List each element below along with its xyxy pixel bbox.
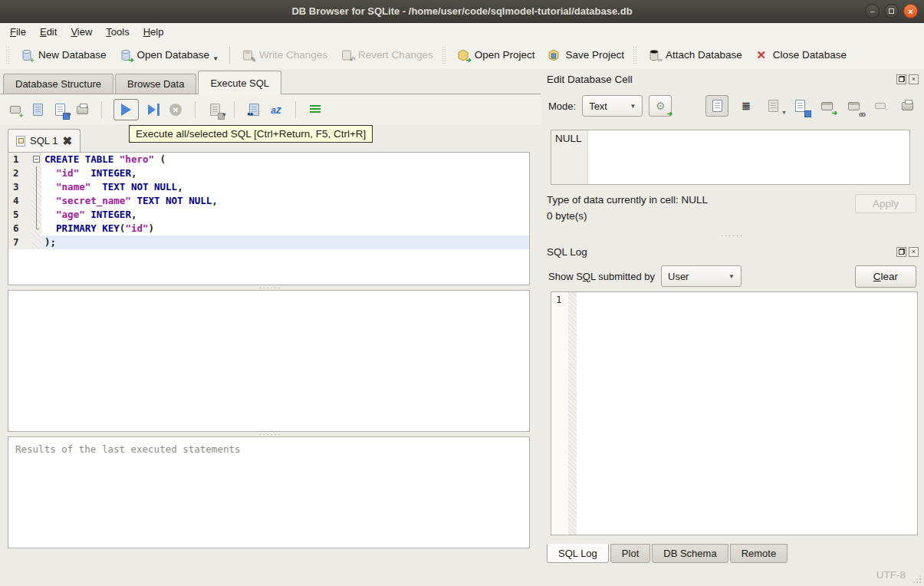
toolbar-drag-handle[interactable] <box>633 47 638 64</box>
mode-select[interactable]: Text▼ <box>582 95 643 117</box>
tab-database-structure[interactable]: Database Structure <box>3 74 113 94</box>
line-number: 6 <box>8 222 31 235</box>
fold-margin <box>31 208 41 222</box>
log-line-number: 1 <box>551 292 568 535</box>
menu-view[interactable]: View <box>64 25 99 39</box>
code-text: ); <box>41 235 529 249</box>
tab-execute-sql[interactable]: Execute SQL <box>198 71 281 94</box>
new-database-button[interactable]: ＋ New Database <box>14 44 113 66</box>
tab-plot[interactable]: Plot <box>610 544 650 563</box>
sql-editor[interactable]: 1−CREATE TABLE "hero" (2 "id" INTEGER,3 … <box>8 152 530 285</box>
cell-size-info: 0 byte(s) <box>547 210 708 222</box>
sql-log-filter-row: Show SQL submitted by User▼ Clear <box>541 264 924 288</box>
editor-line[interactable]: 5 "age" INTEGER, <box>8 208 529 222</box>
new-sql-tab-icon[interactable]: ＋ <box>8 102 23 117</box>
toolbar-drag-handle[interactable] <box>442 47 447 64</box>
apply-data-button[interactable]: ⚙➜ <box>649 95 672 117</box>
close-database-button[interactable]: ✕ Close Database <box>748 44 853 66</box>
tab-db-schema[interactable]: DB Schema <box>652 544 728 563</box>
toolbar-drag-handle[interactable] <box>6 47 11 64</box>
save-sql-file-icon[interactable]: ▼ <box>52 102 67 117</box>
line-number: 3 <box>8 180 31 194</box>
tab-sql-log[interactable]: SQL Log <box>547 544 609 563</box>
submitted-by-select[interactable]: User▼ <box>661 265 742 287</box>
line-number: 7 <box>8 235 31 249</box>
save-project-button[interactable]: Save Project <box>541 44 630 66</box>
stop-icon[interactable]: ✕ <box>168 102 183 117</box>
execute-all-button[interactable] <box>113 99 139 120</box>
maximize-button[interactable] <box>884 4 899 18</box>
execute-sql-panel: Database Structure Browse Data Execute S… <box>0 69 541 564</box>
apply-button[interactable]: Apply <box>855 194 916 213</box>
toggle-results-icon[interactable] <box>307 102 323 117</box>
fold-marker-icon[interactable]: − <box>31 153 41 166</box>
cell-null-label: NULL <box>551 130 588 184</box>
attach-database-button[interactable]: ∞ Attach Database <box>641 44 748 66</box>
float-dock-button[interactable] <box>896 247 906 257</box>
close-button[interactable]: × <box>903 4 918 18</box>
revert-changes-button[interactable]: ↶ Revert Changes <box>334 44 439 66</box>
execution-status-pane[interactable]: Results of the last executed statements <box>8 436 530 548</box>
editor-splitter[interactable]: ······ <box>0 285 541 290</box>
open-database-dropdown-arrow[interactable]: ▼ <box>212 55 219 62</box>
resize-grip[interactable] <box>912 574 922 584</box>
sql-log-view[interactable]: 1 <box>551 291 918 535</box>
dock-splitter[interactable]: ······ <box>541 229 924 242</box>
code-text: "name" TEXT NOT NULL, <box>41 180 529 194</box>
fold-margin <box>31 180 41 194</box>
editor-line[interactable]: 6 PRIMARY KEY("id") <box>8 222 529 235</box>
save-project-icon <box>547 48 561 62</box>
open-sql-file-icon[interactable] <box>30 102 45 117</box>
editor-line[interactable]: 4 "secret_name" TEXT NOT NULL, <box>8 194 529 208</box>
fold-margin <box>31 222 41 235</box>
menu-tools[interactable]: Tools <box>99 25 136 39</box>
sql-1-tab[interactable]: SQL 1 ✖ <box>8 129 81 152</box>
find-replace-icon[interactable]: ●● <box>246 102 261 117</box>
editor-line[interactable]: 2 "id" INTEGER, <box>8 166 529 180</box>
query-results-table[interactable] <box>8 290 530 432</box>
cell-value-editor[interactable]: NULL <box>551 130 910 185</box>
text-mode-icon[interactable] <box>705 95 728 117</box>
toolbar-separator <box>229 47 230 64</box>
word-wrap-icon[interactable]: ≣ <box>737 97 755 115</box>
editor-line[interactable]: 3 "name" TEXT NOT NULL, <box>8 180 529 194</box>
close-dock-button[interactable]: × <box>909 247 919 257</box>
main-toolbar: ＋ New Database ➜ Open Database ▼ ✎ Write… <box>0 41 924 69</box>
save-results-icon[interactable]: ▼ <box>207 102 222 117</box>
menu-edit[interactable]: Edit <box>33 25 64 39</box>
line-number: 4 <box>8 194 31 208</box>
import-icon[interactable]: ▼ <box>764 97 782 115</box>
write-changes-button[interactable]: ✎ Write Changes <box>235 44 334 66</box>
sql-editor-lines: 1−CREATE TABLE "hero" (2 "id" INTEGER,3 … <box>8 153 529 249</box>
open-project-button[interactable]: ➜ Open Project <box>450 44 541 66</box>
menu-file[interactable]: File <box>3 25 33 39</box>
sql-log-dock-header: SQL Log × <box>541 244 924 259</box>
edit-cell-dock-header: Edit Database Cell × <box>541 71 924 87</box>
new-database-icon: ＋ <box>20 48 34 62</box>
print-cell-icon[interactable] <box>898 97 916 115</box>
results-splitter[interactable]: ······ <box>0 432 541 436</box>
auto-format-icon[interactable]: az <box>268 102 284 117</box>
menu-help[interactable]: Help <box>136 25 171 39</box>
editor-line[interactable]: 1−CREATE TABLE "hero" ( <box>8 153 529 166</box>
cell-edit-icons: ≣ ▼ ➜ oo <box>705 95 916 117</box>
execute-current-line-icon[interactable] <box>146 102 161 117</box>
print-icon[interactable] <box>74 102 90 117</box>
open-database-button[interactable]: ➜ Open Database ▼ <box>113 44 225 66</box>
close-sql-tab-icon[interactable]: ✖ <box>62 136 72 146</box>
tab-browse-data[interactable]: Browse Data <box>115 74 196 94</box>
set-null-icon[interactable] <box>871 97 889 115</box>
revert-changes-icon: ↶ <box>340 48 353 62</box>
tab-remote[interactable]: Remote <box>730 544 788 563</box>
close-dock-button[interactable]: × <box>909 74 919 84</box>
minimize-button[interactable]: − <box>865 4 880 18</box>
editor-line[interactable]: 7); <box>8 235 529 249</box>
sql-file-icon <box>16 136 25 146</box>
clear-button[interactable]: Clear <box>855 265 916 288</box>
window-controls: − × <box>865 4 918 18</box>
copy-link-icon[interactable]: oo <box>844 97 863 115</box>
open-external-icon[interactable]: ➜ <box>817 97 836 115</box>
float-dock-button[interactable] <box>896 74 906 84</box>
export-icon[interactable] <box>791 97 809 115</box>
statusbar: UTF-8 <box>0 564 924 586</box>
